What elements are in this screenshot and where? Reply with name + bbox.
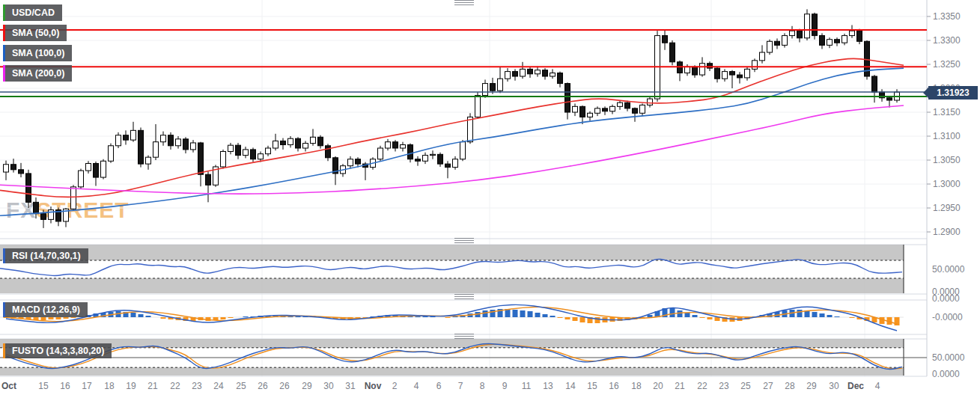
symbol-accent-bar [3, 4, 5, 21]
time-tick-20-29: 20 [653, 381, 663, 391]
time-tick-4-39: 4 [875, 381, 880, 391]
time-tick-17-3: 17 [82, 381, 91, 391]
time-tick-22-7: 22 [170, 381, 180, 391]
time-tick-21-6: 21 [147, 381, 157, 391]
sma200-label: SMA (200,0) [12, 68, 64, 79]
time-tick-30-14: 30 [323, 381, 333, 391]
legend-sma200[interactable]: SMA (200,0) [3, 65, 72, 82]
stoch-accent-bar [3, 343, 5, 358]
time-tick-Nov-16: Nov [365, 381, 382, 391]
time-tick-15-1: 15 [38, 381, 48, 391]
price-tick-1.3000: 1.3000 [933, 179, 961, 189]
legend-symbol[interactable]: USD/CAD [3, 4, 62, 21]
price-tick-1.3100: 1.3100 [933, 131, 961, 141]
time-tick-6-19: 6 [436, 381, 442, 391]
time-tick-Dec-38: Dec [847, 381, 864, 391]
macd-label-box[interactable]: MACD (12,26,9) [3, 302, 88, 317]
time-tick-13-24: 13 [543, 381, 553, 391]
macd-accent-bar [3, 302, 5, 317]
stoch-axis-0: 0.0000 [932, 369, 960, 379]
price-tick-1.3150: 1.3150 [933, 107, 961, 117]
splitter-grip-macd[interactable] [454, 294, 474, 301]
sma50-label: SMA (50,0) [12, 28, 59, 38]
time-tick-7-20: 7 [458, 381, 463, 391]
price-tick-1.3300: 1.3300 [933, 35, 961, 46]
time-tick-21-30: 21 [675, 381, 684, 391]
sma200-accent-bar [3, 65, 5, 82]
time-tick-15-26: 15 [587, 381, 597, 391]
rsi-label-box[interactable]: RSI (14,70,30,1) [3, 248, 88, 263]
time-tick-28-35: 28 [785, 381, 794, 391]
time-tick-18-4: 18 [104, 381, 114, 391]
time-tick-30-37: 30 [829, 381, 839, 391]
price-tick-1.3050: 1.3050 [933, 155, 961, 165]
time-tick-26-12: 26 [279, 381, 289, 391]
last-price-value: 1.31923 [937, 88, 969, 98]
time-tick-29-13: 29 [302, 381, 311, 391]
rsi-accent-bar [3, 248, 5, 263]
symbol-label: USD/CAD [12, 7, 55, 18]
splitter-grip-stoch[interactable] [454, 334, 474, 340]
price-tick-1.2950: 1.2950 [933, 203, 961, 213]
last-price-tag: 1.31923 [928, 86, 978, 99]
stoch-label: FUSTO (14,3,3,80,20) [12, 346, 104, 356]
macd-axis-zero: 0.0000 [932, 293, 960, 304]
price-tick-1.2900: 1.2900 [933, 227, 961, 237]
time-axis[interactable]: Oct151617181921222324252626293031Nov2467… [0, 376, 980, 395]
time-tick-25-33: 25 [740, 381, 750, 391]
time-tick-24-9: 24 [213, 381, 223, 391]
time-tick-23-32: 23 [719, 381, 728, 391]
legend-sma100[interactable]: SMA (100,0) [3, 45, 72, 61]
sma100-label: SMA (100,0) [12, 48, 64, 58]
time-tick-25-10: 25 [236, 381, 246, 391]
time-tick-31-15: 31 [345, 381, 355, 391]
time-tick-4-18: 4 [414, 381, 419, 391]
stoch-axis-50: 50.0000 [932, 352, 964, 363]
time-tick-18-28: 18 [631, 381, 641, 391]
time-tick-16-2: 16 [60, 381, 70, 391]
time-tick-8-21: 8 [480, 381, 485, 391]
macd-axis-negzero: -0.0000 [932, 312, 963, 322]
time-tick-23-8: 23 [192, 381, 201, 391]
rsi-label: RSI (14,70,30,1) [12, 251, 81, 261]
chart-canvas[interactable] [0, 0, 980, 395]
chart-root: FXSTREET USD/CAD SMA (50,0) SMA (100,0) … [0, 0, 980, 395]
time-tick-16-27: 16 [609, 381, 618, 391]
time-tick-Oct-0: Oct [1, 381, 16, 391]
time-tick-9-22: 9 [502, 381, 508, 391]
time-tick-2-17: 2 [392, 381, 398, 391]
time-tick-14-25: 14 [565, 381, 575, 391]
time-tick-29-36: 29 [806, 381, 816, 391]
rsi-axis-50: 50.0000 [932, 264, 964, 275]
time-tick-11-23: 11 [522, 381, 531, 391]
time-tick-22-31: 22 [697, 381, 707, 391]
time-tick-27-34: 27 [763, 381, 773, 391]
sma50-accent-bar [3, 25, 5, 41]
legend-sma50[interactable]: SMA (50,0) [3, 25, 67, 41]
stoch-label-box[interactable]: FUSTO (14,3,3,80,20) [3, 343, 112, 358]
splitter-grip-top[interactable] [454, 0, 474, 7]
splitter-grip-rsi[interactable] [454, 238, 474, 245]
price-tick-1.3250: 1.3250 [933, 59, 961, 70]
time-tick-26-11: 26 [258, 381, 267, 391]
time-tick-19-5: 19 [126, 381, 136, 391]
sma100-accent-bar [3, 45, 5, 61]
macd-label: MACD (12,26,9) [12, 304, 80, 315]
price-tick-1.3350: 1.3350 [933, 11, 961, 22]
